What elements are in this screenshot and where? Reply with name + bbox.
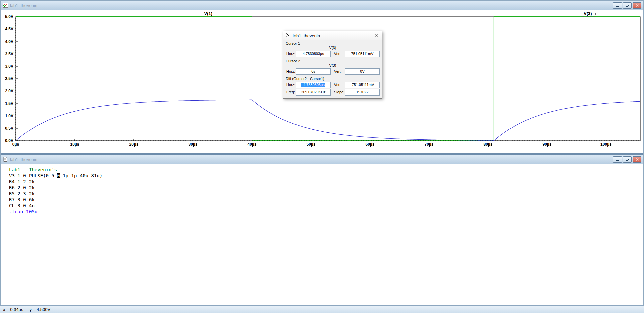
y-axis-tick-label: 0.0V [5, 138, 13, 143]
cursor-dialog[interactable]: lab1_thevenin Cursor 1 V(3) Horz: 4.7830… [283, 31, 382, 99]
netlist-line[interactable]: R7 3 0 6k [9, 197, 643, 203]
cursor1-section: Cursor 1 V(3) Horz: 4.7830803µs Vert: 75… [283, 41, 382, 58]
netlist-line[interactable]: V3 1 0 PULSE(0 5 0 1p 1p 40u 81u) [9, 173, 643, 179]
cursor-dialog-titlebar[interactable]: lab1_thevenin [283, 31, 382, 40]
diff-horz-field[interactable]: -4.7830803µs [296, 82, 331, 88]
y-axis-tick-label: 3.5V [5, 52, 13, 56]
netlist-window-titlebar[interactable]: lab1_thevenin [1, 155, 643, 164]
y-axis-tick-label: 5.0V [5, 14, 13, 19]
cursor1-horz-label: Horz: [286, 52, 296, 56]
netlist-window-title: lab1_thevenin [10, 157, 613, 162]
x-axis-tick-label: 60µs [365, 142, 374, 147]
diff-horz-label: Horz: [286, 83, 296, 87]
y-axis-tick-label: 4.5V [5, 27, 13, 32]
cursor2-section: Cursor 2 V(3) Horz: 0s Vert: 0V [283, 58, 382, 76]
minimize-button[interactable] [613, 2, 622, 9]
cursor1-label: Cursor 1 [283, 41, 382, 46]
plot-window-titlebar[interactable]: lab1_thevenin [1, 1, 643, 10]
netlist-line[interactable]: R4 1 2 2k [9, 179, 643, 185]
cursor1-vert-field[interactable]: 751.05111mV [345, 51, 380, 57]
netlist-line[interactable]: CL 3 0 4n [9, 203, 643, 209]
y-axis-tick-label: 0.5V [5, 126, 13, 131]
minimize-button[interactable] [613, 156, 622, 163]
close-icon [636, 4, 639, 7]
cursor1-vert-label: Vert: [334, 52, 345, 56]
status-y-readout: y = 4.500V [30, 307, 51, 312]
x-axis-tick-label: 40µs [248, 142, 257, 147]
netlist-line[interactable]: R6 2 0 2k [9, 185, 643, 191]
x-axis-tick-label: 90µs [542, 142, 551, 147]
y-axis-tick-label: 1.0V [5, 114, 13, 118]
cursor2-vert-field[interactable]: 0V [345, 68, 380, 75]
cursor2-label: Cursor 2 [283, 58, 382, 63]
x-axis-tick-label: 100µs [600, 142, 612, 147]
minimize-icon [616, 158, 619, 161]
close-icon [375, 34, 378, 38]
trace-label-v1[interactable]: V(1) [204, 11, 212, 16]
y-axis-tick-label: 3.0V [5, 64, 13, 69]
restore-icon [626, 4, 629, 7]
diff-section: Diff (Cursor2 - Cursor1) Horz: -4.783080… [283, 76, 382, 97]
freq-field[interactable]: 209.07029KHz [296, 89, 331, 96]
text-cursor-block: 0 [57, 173, 60, 178]
diff-label: Diff (Cursor2 - Cursor1) [283, 76, 382, 81]
x-axis-tick-label: 70µs [424, 142, 433, 147]
trace-label-v3[interactable]: V(3) [584, 11, 592, 16]
cursor-dialog-close-button[interactable] [371, 32, 381, 39]
netlist-line[interactable]: .tran 105u [9, 209, 643, 215]
x-axis-tick-label: 50µs [306, 142, 315, 147]
cursor-icon [286, 33, 291, 39]
plot-window-title: lab1_thevenin [10, 3, 613, 8]
slope-label: Slope: [334, 90, 345, 94]
cursor-dialog-title: lab1_thevenin [293, 33, 371, 38]
x-axis-tick-label: 20µs [129, 142, 139, 147]
document-icon [3, 156, 8, 162]
cursor2-trace-name: V(3) [283, 63, 382, 68]
cursor2-horz-label: Horz: [286, 69, 296, 73]
slope-field[interactable]: 157022 [345, 89, 380, 96]
x-axis-tick-label: 30µs [189, 142, 198, 147]
netlist-line[interactable]: R5 2 3 2k [9, 191, 643, 197]
y-axis-tick-label: 1.5V [5, 101, 13, 106]
y-axis-tick-label: 2.0V [5, 89, 13, 93]
netlist-window: lab1_thevenin Lab1 - Thevenin'sV3 1 0 PU… [1, 154, 643, 305]
trace-v3 [16, 100, 640, 141]
close-button[interactable] [633, 2, 641, 9]
x-axis-tick-label: 80µs [483, 142, 492, 147]
netlist-line[interactable]: Lab1 - Thevenin's [9, 167, 643, 173]
cursor1-trace-name: V(3) [283, 46, 382, 50]
diff-vert-label: Vert: [334, 83, 345, 87]
waveform-icon [3, 3, 8, 8]
minimize-icon [616, 4, 619, 7]
restore-icon [626, 158, 629, 161]
close-icon [636, 158, 639, 161]
status-x-readout: x = 0.34µs [3, 307, 23, 312]
status-bar: x = 0.34µs y = 4.500V [0, 305, 644, 313]
diff-vert-field[interactable]: -751.05111mV [345, 82, 380, 88]
close-button[interactable] [633, 156, 641, 163]
cursor2-horz-field[interactable]: 0s [296, 68, 331, 75]
freq-label: Freq: [286, 90, 296, 94]
restore-button[interactable] [623, 156, 632, 163]
restore-button[interactable] [623, 2, 632, 9]
x-axis-tick-label: 10µs [70, 142, 79, 147]
cursor2-vert-label: Vert: [334, 69, 345, 73]
netlist-editor[interactable]: Lab1 - Thevenin'sV3 1 0 PULSE(0 5 0 1p 1… [1, 164, 643, 305]
y-axis-tick-label: 2.5V [5, 76, 13, 81]
y-axis-tick-label: 4.0V [5, 39, 13, 44]
cursor1-horz-field[interactable]: 4.7830803µs [296, 51, 331, 57]
